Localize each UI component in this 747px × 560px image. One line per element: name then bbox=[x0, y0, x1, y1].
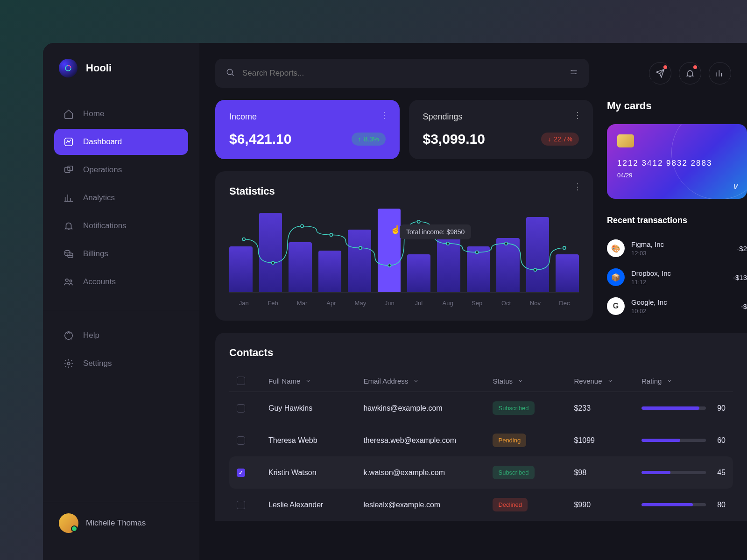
notifications-button[interactable] bbox=[679, 62, 701, 84]
cursor-icon: ☝ bbox=[390, 224, 401, 235]
user-profile[interactable]: Michelle Thomas bbox=[43, 502, 199, 544]
sidebar-item-operations[interactable]: Operations bbox=[54, 157, 188, 183]
table-row[interactable]: Kristin Watson k.watson@example.com Subs… bbox=[229, 456, 733, 489]
chart-bar[interactable] bbox=[289, 242, 312, 292]
chart-label: Feb bbox=[258, 300, 287, 307]
more-icon[interactable]: ⋮ bbox=[380, 110, 388, 120]
chevron-down-icon bbox=[666, 378, 673, 384]
statistics-chart[interactable]: JanFebMarAprMayJunJulAugSepOctNovDec ☝ T… bbox=[229, 209, 579, 307]
chevron-down-icon bbox=[413, 378, 419, 384]
checkbox[interactable] bbox=[237, 501, 245, 509]
sidebar-item-billings[interactable]: Billings bbox=[54, 241, 188, 267]
nav-label: Home bbox=[83, 109, 104, 119]
cell-revenue: $233 bbox=[574, 404, 636, 413]
chart-bar[interactable] bbox=[259, 213, 282, 292]
nav-label: Operations bbox=[83, 165, 122, 175]
recent-transactions: Recent transactions 🎨 Figma, Inc12:03 -$… bbox=[607, 211, 747, 321]
th-rating[interactable]: Rating bbox=[641, 377, 726, 385]
sidebar-item-settings[interactable]: Settings bbox=[54, 350, 188, 377]
svg-point-5 bbox=[66, 279, 69, 282]
more-icon[interactable]: ⋮ bbox=[573, 182, 582, 192]
credit-card[interactable]: 1212 3412 9832 2883 04/29 V bbox=[607, 124, 747, 199]
chart-bar[interactable] bbox=[318, 251, 342, 293]
tx-amount: -$ bbox=[741, 302, 747, 310]
sidebar-item-accounts[interactable]: Accounts bbox=[54, 269, 188, 295]
search-bar[interactable] bbox=[215, 59, 589, 88]
chevron-down-icon bbox=[607, 378, 613, 384]
th-email[interactable]: Email Address bbox=[363, 377, 487, 385]
spend-value: $3,099.10 bbox=[423, 131, 485, 147]
divider bbox=[43, 311, 199, 311]
th-status[interactable]: Status bbox=[493, 377, 568, 385]
table-row[interactable]: Guy Hawkins hawkins@example.com Subscrib… bbox=[229, 392, 733, 424]
chart-bar[interactable] bbox=[407, 254, 430, 292]
sidebar-item-help[interactable]: Help bbox=[54, 322, 188, 349]
rt-title: Recent transactions bbox=[607, 216, 747, 225]
col-left: ⋮ Income $6,421.10 ↑ 8.3% ⋮ Spendings $3… bbox=[215, 100, 593, 321]
dashboard-icon bbox=[63, 137, 74, 147]
svg-point-6 bbox=[70, 280, 72, 282]
stats-button[interactable] bbox=[709, 62, 731, 84]
tx-brand-icon: 📦 bbox=[607, 268, 625, 286]
th-revenue[interactable]: Revenue bbox=[574, 377, 636, 385]
bell-icon bbox=[63, 221, 74, 231]
checkbox[interactable] bbox=[237, 469, 245, 477]
table-row[interactable]: Leslie Alexander leslealx@example.com De… bbox=[229, 489, 733, 521]
table-row[interactable]: Theresa Webb theresa.web@example.com Pen… bbox=[229, 424, 733, 456]
topbar bbox=[215, 59, 747, 88]
chart-label: Jun bbox=[375, 300, 404, 307]
status-badge: Pending bbox=[493, 434, 526, 447]
logo: Hooli bbox=[43, 59, 199, 96]
tx-time: 10:02 bbox=[631, 308, 734, 315]
spendings-card[interactable]: ⋮ Spendings $3,099.10 ↓ 22.7% bbox=[409, 100, 593, 159]
more-icon[interactable]: ⋮ bbox=[573, 110, 582, 120]
chart-label: May bbox=[346, 300, 375, 307]
tx-time: 11:12 bbox=[631, 279, 726, 286]
cell-rating: 45 bbox=[641, 469, 726, 477]
cell-name: Guy Hawkins bbox=[268, 404, 358, 413]
th-name[interactable]: Full Name bbox=[268, 377, 358, 385]
sidebar-item-notifications[interactable]: Notifications bbox=[54, 213, 188, 239]
cell-revenue: $98 bbox=[574, 469, 636, 477]
transaction-row[interactable]: G Google, Inc10:02 -$ bbox=[607, 292, 747, 321]
gear-icon bbox=[63, 358, 74, 369]
chart-bar[interactable] bbox=[556, 254, 579, 292]
cell-rating: 60 bbox=[641, 436, 726, 445]
chart-label: Sep bbox=[462, 300, 491, 307]
chart-bar[interactable] bbox=[496, 238, 520, 292]
top-actions bbox=[649, 62, 731, 84]
sidebar-item-dashboard[interactable]: Dashboard bbox=[54, 129, 188, 155]
cell-revenue: $1099 bbox=[574, 436, 636, 445]
income-delta: ↑ 8.3% bbox=[352, 133, 386, 146]
nav-label: Notifications bbox=[83, 221, 127, 231]
tx-amount: -$2 bbox=[737, 245, 747, 252]
chart-bar[interactable] bbox=[229, 246, 253, 292]
send-button[interactable] bbox=[649, 62, 671, 84]
checkbox[interactable] bbox=[237, 404, 245, 413]
cell-rating: 80 bbox=[641, 501, 726, 509]
chart-bar[interactable] bbox=[526, 217, 550, 292]
chart-bar[interactable] bbox=[467, 246, 490, 292]
search-icon bbox=[226, 68, 235, 79]
status-badge: Declined bbox=[493, 498, 528, 511]
transaction-row[interactable]: 🎨 Figma, Inc12:03 -$2 bbox=[607, 234, 747, 263]
tx-name: Figma, Inc bbox=[631, 240, 730, 248]
chart-bar[interactable] bbox=[348, 230, 371, 292]
checkbox-all[interactable] bbox=[237, 377, 245, 385]
chart-label: Mar bbox=[288, 300, 317, 307]
sidebar-item-home[interactable]: Home bbox=[54, 101, 188, 127]
sidebar-item-analytics[interactable]: Analytics bbox=[54, 185, 188, 211]
chart-bar[interactable] bbox=[378, 209, 401, 292]
transaction-row[interactable]: 📦 Dropbox, Inc11:12 -$13 bbox=[607, 263, 747, 292]
visa-icon: V bbox=[733, 183, 738, 190]
search-input[interactable] bbox=[242, 69, 578, 78]
sidebar: Hooli Home Dashboard Operations Analytic… bbox=[43, 43, 199, 560]
cell-name: Kristin Watson bbox=[268, 469, 358, 477]
filter-icon[interactable] bbox=[569, 68, 578, 79]
contacts-title: Contacts bbox=[229, 347, 733, 359]
checkbox[interactable] bbox=[237, 436, 245, 445]
chip-icon bbox=[617, 134, 634, 147]
chart-label: Dec bbox=[550, 300, 579, 307]
income-card[interactable]: ⋮ Income $6,421.10 ↑ 8.3% bbox=[215, 100, 400, 159]
cards-title: My cards bbox=[607, 100, 747, 112]
